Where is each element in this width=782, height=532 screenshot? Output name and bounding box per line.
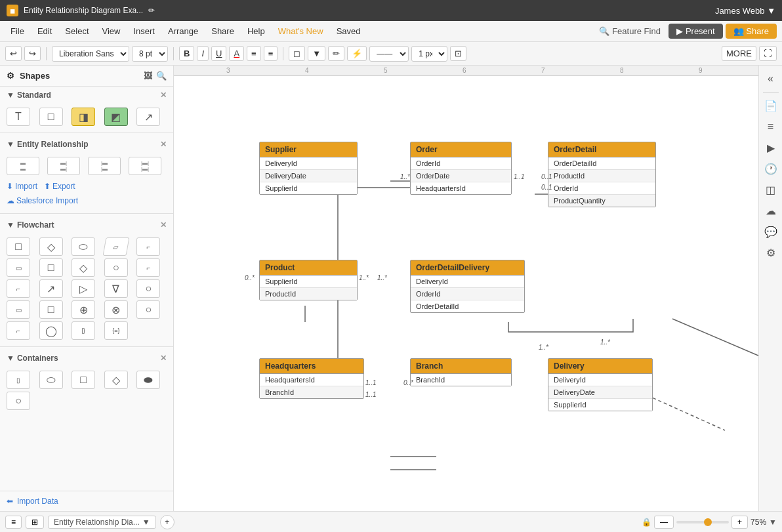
line-px-select[interactable]: 1 px bbox=[411, 46, 447, 62]
sidebar-image-icon[interactable]: 🖼 bbox=[144, 71, 152, 81]
menu-edit[interactable]: Edit bbox=[32, 24, 57, 39]
edit-icon[interactable]: ✏ bbox=[148, 6, 155, 15]
connection-style-button[interactable]: ⚡ bbox=[347, 46, 367, 61]
redo-button[interactable]: ↪ bbox=[24, 46, 41, 61]
fullscreen-button[interactable]: ⛶ bbox=[759, 46, 777, 61]
zoom-plus-btn[interactable]: + bbox=[731, 516, 748, 529]
close-containers-icon[interactable]: ✕ bbox=[160, 354, 167, 363]
fc-circle[interactable]: ○ bbox=[136, 279, 160, 298]
entity-product[interactable]: Product SupplierId ProductId bbox=[259, 260, 358, 300]
rp-pages-btn[interactable]: 📄 bbox=[762, 96, 780, 115]
grid-view-btn[interactable]: ⊞ bbox=[26, 516, 44, 529]
cont-tab[interactable]: ▯ bbox=[7, 371, 30, 389]
fc-diamond2[interactable]: ◇ bbox=[72, 258, 95, 277]
fc-rect3[interactable]: □ bbox=[39, 258, 63, 277]
shape-rect[interactable]: □ bbox=[39, 108, 63, 126]
menu-share[interactable]: Share bbox=[206, 24, 239, 39]
fc-rect4[interactable]: ▭ bbox=[7, 300, 30, 319]
export-link[interactable]: ⬆ Export bbox=[44, 182, 75, 191]
rp-settings-btn[interactable]: ⚙ bbox=[762, 243, 780, 262]
rp-format-btn[interactable]: ≡ bbox=[762, 117, 780, 136]
salesforce-link[interactable]: ☁ Salesforce Import bbox=[7, 196, 167, 205]
section-containers[interactable]: ▼ Containers ✕ bbox=[0, 350, 173, 367]
cont-pill[interactable]: ⬭ bbox=[39, 371, 63, 389]
menu-file[interactable]: File bbox=[5, 24, 30, 39]
transform-button[interactable]: ⊡ bbox=[450, 46, 466, 61]
entity-delivery[interactable]: Delivery DeliveryId DeliveryDate Supplie… bbox=[548, 358, 653, 411]
zoom-arrow-icon[interactable]: ▼ bbox=[769, 518, 777, 527]
zoom-minus-btn[interactable]: — bbox=[654, 516, 674, 529]
cont-diamond[interactable]: ◇ bbox=[104, 371, 128, 389]
fc-rect5[interactable]: □ bbox=[39, 300, 63, 319]
section-er[interactable]: ▼ Entity Relationship ✕ bbox=[0, 136, 173, 153]
close-er-icon[interactable]: ✕ bbox=[160, 140, 167, 149]
add-page-btn[interactable]: + bbox=[160, 515, 175, 529]
fc-ellipse2[interactable]: ○ bbox=[104, 258, 128, 277]
fc-ellipse[interactable]: ⬭ bbox=[72, 237, 95, 256]
fc-inv-tri[interactable]: ∇ bbox=[104, 279, 128, 298]
menu-help[interactable]: Help bbox=[242, 24, 270, 39]
cont-circle[interactable]: ○ bbox=[7, 392, 30, 410]
align-center-button[interactable]: ≡ bbox=[264, 46, 278, 61]
er-shape-4[interactable]: |▬||▬| bbox=[129, 157, 161, 175]
cont-rect[interactable]: □ bbox=[72, 371, 95, 389]
shape-note[interactable]: ◨ bbox=[72, 108, 95, 126]
rp-time-btn[interactable]: 🕐 bbox=[762, 159, 780, 178]
fc-list2[interactable]: {=} bbox=[104, 321, 128, 340]
cont-ellipse[interactable]: ⬬ bbox=[136, 371, 160, 389]
rp-present-btn[interactable]: ▶ bbox=[762, 138, 780, 157]
undo-button[interactable]: ↩ bbox=[5, 46, 22, 61]
zoom-slider[interactable] bbox=[676, 521, 729, 523]
font-select[interactable]: Liberation Sans bbox=[52, 46, 129, 62]
font-color-button[interactable]: A bbox=[229, 46, 244, 61]
fc-step[interactable]: ⌐ bbox=[7, 279, 30, 298]
diagram-tab[interactable]: Entity Relationship Dia... ▼ bbox=[48, 516, 156, 529]
fc-process[interactable]: ⌐ bbox=[136, 237, 160, 256]
close-standard-icon[interactable]: ✕ bbox=[160, 91, 167, 100]
list-view-btn[interactable]: ≡ bbox=[5, 516, 22, 529]
section-standard[interactable]: ▼ Standard ✕ bbox=[0, 87, 173, 104]
rp-layers-btn[interactable]: ◫ bbox=[762, 180, 780, 199]
menu-arrange[interactable]: Arrange bbox=[163, 24, 203, 39]
entity-orderdetail[interactable]: OrderDetail OrderDetailId ProductId Orde… bbox=[548, 142, 656, 207]
share-button[interactable]: 👥 Share bbox=[726, 24, 777, 39]
font-size-select[interactable]: 8 pt bbox=[132, 46, 168, 62]
underline-button[interactable]: U bbox=[211, 46, 226, 61]
entity-branch[interactable]: Branch BranchId bbox=[410, 358, 512, 386]
rp-cloud-btn[interactable]: ☁ bbox=[762, 201, 780, 220]
canvas-area[interactable]: 3 4 5 6 7 8 9 bbox=[174, 66, 758, 511]
shape-style-button[interactable]: ◻ bbox=[289, 46, 305, 61]
entity-supplier[interactable]: Supplier DeliveryId DeliveryDate Supplie… bbox=[259, 142, 358, 195]
import-data-btn[interactable]: ⬅ Import Data bbox=[0, 491, 173, 511]
shape-text[interactable]: T bbox=[7, 108, 30, 126]
menu-view[interactable]: View bbox=[97, 24, 126, 39]
entity-order[interactable]: Order OrderId OrderDate HeadquartersId bbox=[410, 142, 512, 195]
fc-rect[interactable]: □ bbox=[7, 237, 30, 256]
fill-color-button[interactable]: ▼ bbox=[308, 46, 325, 61]
more-button[interactable]: MORE bbox=[722, 46, 756, 61]
fc-list1[interactable]: |} bbox=[72, 321, 95, 340]
align-left-button[interactable]: ≡ bbox=[247, 46, 261, 61]
present-button[interactable]: ▶ ▶ Present Present bbox=[669, 24, 723, 39]
er-shape-3[interactable]: |▬|▬ bbox=[88, 157, 121, 175]
fc-cross[interactable]: ⊗ bbox=[104, 300, 128, 319]
fc-tri[interactable]: ▷ bbox=[72, 279, 95, 298]
rp-collapse-btn[interactable]: « bbox=[762, 70, 780, 88]
italic-button[interactable]: I bbox=[197, 46, 209, 61]
menu-whats-new[interactable]: What's New bbox=[273, 24, 329, 39]
line-color-button[interactable]: ✏ bbox=[328, 46, 344, 61]
fc-circle3[interactable]: ◯ bbox=[39, 321, 63, 340]
er-shape-2[interactable]: ▬|▬| bbox=[47, 157, 80, 175]
line-style-select[interactable]: —— bbox=[369, 46, 409, 62]
shape-green[interactable]: ◩ bbox=[104, 108, 128, 126]
fc-note[interactable]: ⌐ bbox=[136, 258, 160, 277]
fc-rect2[interactable]: ▭ bbox=[7, 258, 30, 277]
canvas-inner[interactable]: Supplier DeliveryId DeliveryDate Supplie… bbox=[174, 76, 758, 511]
fc-diamond[interactable]: ◇ bbox=[39, 237, 63, 256]
bold-button[interactable]: B bbox=[179, 46, 194, 61]
fc-arrow[interactable]: ↗ bbox=[39, 279, 63, 298]
menu-select[interactable]: Select bbox=[60, 24, 94, 39]
zoom-slider-thumb[interactable] bbox=[704, 518, 712, 526]
entity-orderdetaildelivery[interactable]: OrderDetailDelivery DeliveryId OrderId O… bbox=[410, 260, 525, 313]
sidebar-search-icon[interactable]: 🔍 bbox=[156, 71, 167, 81]
